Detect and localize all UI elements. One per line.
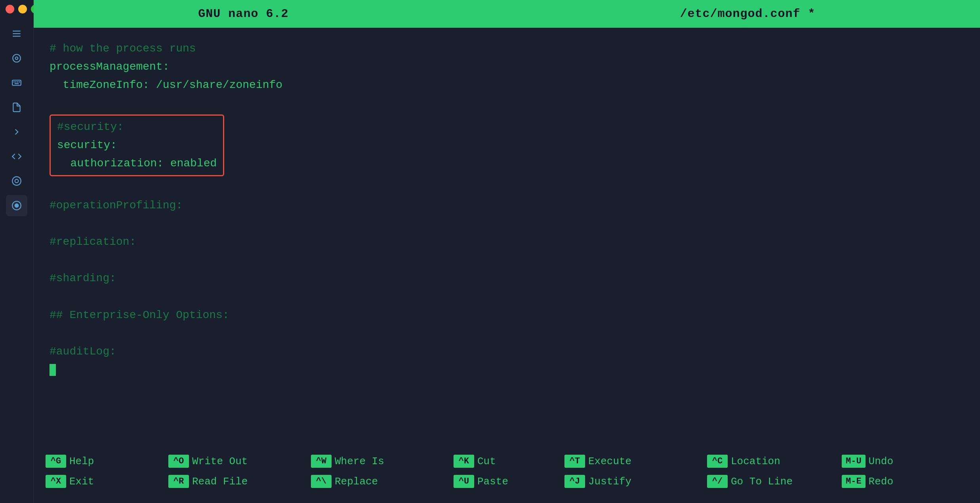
label-justify: Justify <box>588 476 631 488</box>
toolbar-undo[interactable]: M-U Undo <box>842 455 945 468</box>
toolbar-justify[interactable]: ^J Justify <box>564 475 707 488</box>
label-redo: Redo <box>869 476 893 488</box>
key-ctrl-t: ^T <box>564 455 585 468</box>
svg-point-14 <box>15 204 19 208</box>
line-authorization: authorization: enabled <box>57 154 217 173</box>
line-blank6 <box>50 324 964 343</box>
key-ctrl-r: ^R <box>168 475 189 488</box>
toolbar-replace[interactable]: ^\ Replace <box>311 475 454 488</box>
line-replication: #replication: <box>50 233 964 251</box>
toolbar-go-to-line[interactable]: ^/ Go To Line <box>707 475 842 488</box>
toolbar-cut[interactable]: ^K Cut <box>454 455 564 468</box>
line-comment-process: # how the process runs <box>50 40 964 58</box>
minimize-button[interactable] <box>18 5 27 13</box>
toolbar-execute[interactable]: ^T Execute <box>564 455 707 468</box>
key-ctrl-backslash: ^\ <box>311 475 332 488</box>
line-auditLog: #auditLog: <box>50 343 964 361</box>
label-cut: Cut <box>477 455 496 467</box>
line-timeZoneInfo: timeZoneInfo: /usr/share/zoneinfo <box>50 76 964 94</box>
svg-point-12 <box>15 179 19 183</box>
keyboard-icon[interactable] <box>6 72 27 93</box>
key-ctrl-c: ^C <box>707 455 728 468</box>
label-paste: Paste <box>477 476 508 488</box>
line-sharding: #sharding: <box>50 269 964 288</box>
toolbar-read-file[interactable]: ^R Read File <box>168 475 311 488</box>
editor-area[interactable]: # how the process runs processManagement… <box>34 28 980 447</box>
cursor <box>50 364 56 376</box>
title-bar: GNU nano 6.2 /etc/mongod.conf * <box>34 0 980 28</box>
key-m-u: M-U <box>842 455 866 468</box>
line-security-comment: #security: <box>57 118 217 136</box>
toolbar-where-is[interactable]: ^W Where Is <box>311 455 454 468</box>
key-ctrl-g: ^G <box>46 455 66 468</box>
sidebar <box>0 0 34 503</box>
key-ctrl-j: ^J <box>564 475 585 488</box>
label-undo: Undo <box>869 455 893 467</box>
label-help: Help <box>69 455 94 467</box>
file-name: /etc/mongod.conf * <box>680 7 816 21</box>
svg-point-4 <box>15 57 18 60</box>
label-exit: Exit <box>69 476 94 488</box>
ubuntu-icon[interactable] <box>6 170 27 192</box>
line-security: security: <box>57 136 217 154</box>
label-where-is: Where Is <box>335 455 384 467</box>
line-enterprise: ## Enterprise-Only Options: <box>50 306 964 324</box>
menu-icon[interactable] <box>6 23 27 44</box>
key-ctrl-x: ^X <box>46 475 66 488</box>
toolbar-exit[interactable]: ^X Exit <box>46 475 168 488</box>
line-blank2 <box>50 178 964 196</box>
toolbar-write-out[interactable]: ^O Write Out <box>168 455 311 468</box>
line-blank3 <box>50 215 964 233</box>
line-blank4 <box>50 251 964 269</box>
toolbar-paste[interactable]: ^U Paste <box>454 475 564 488</box>
label-replace: Replace <box>335 476 378 488</box>
highlighted-security-block: #security: security: authorization: enab… <box>50 114 224 177</box>
key-ctrl-u: ^U <box>454 475 474 488</box>
label-go-to-line: Go To Line <box>731 476 793 488</box>
label-execute: Execute <box>588 455 631 467</box>
files-icon[interactable] <box>6 97 27 118</box>
key-m-e: M-E <box>842 475 866 488</box>
key-ctrl-o: ^O <box>168 455 189 468</box>
label-read-file: Read File <box>192 476 248 488</box>
key-ctrl-k: ^K <box>454 455 474 468</box>
toolbar-location[interactable]: ^C Location <box>707 455 842 468</box>
code-icon[interactable] <box>6 146 27 167</box>
key-ctrl-w: ^W <box>311 455 332 468</box>
terminal-icon[interactable] <box>6 48 27 69</box>
main-content: GNU nano 6.2 /etc/mongod.conf * # how th… <box>34 0 980 503</box>
svg-rect-5 <box>12 80 21 86</box>
forward-icon[interactable] <box>6 121 27 143</box>
line-blank5 <box>50 288 964 306</box>
toolbar: ^G Help ^O Write Out ^W Where Is ^K Cut … <box>34 447 980 503</box>
svg-point-3 <box>13 54 21 62</box>
line-blank1 <box>50 95 964 113</box>
toolbar-redo[interactable]: M-E Redo <box>842 475 945 488</box>
line-operationProfiling: #operationProfiling: <box>50 196 964 215</box>
active-icon[interactable] <box>6 195 27 216</box>
line-cursor <box>50 361 964 379</box>
toolbar-help[interactable]: ^G Help <box>46 455 168 468</box>
label-location: Location <box>731 455 780 467</box>
svg-point-11 <box>12 177 21 185</box>
label-write-out: Write Out <box>192 455 248 467</box>
close-button[interactable] <box>6 5 14 13</box>
key-ctrl-slash: ^/ <box>707 475 728 488</box>
app-name: GNU nano 6.2 <box>198 7 288 21</box>
line-processManagement: processManagement: <box>50 58 964 76</box>
